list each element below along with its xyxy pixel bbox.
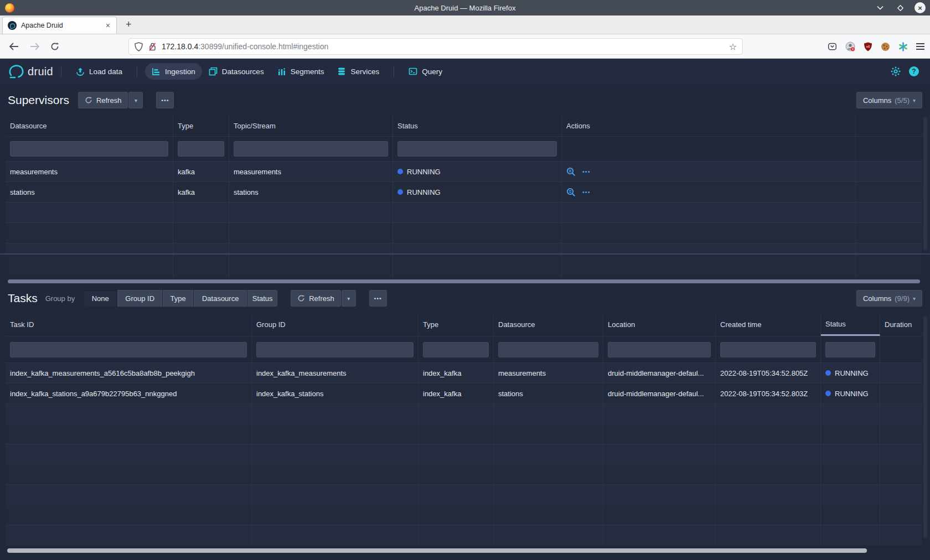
tasks-more-button[interactable]: ••• bbox=[369, 290, 387, 307]
tasks-refresh-button[interactable]: Refresh bbox=[291, 290, 341, 307]
caret-down-icon: ▾ bbox=[913, 295, 916, 302]
header-group-id[interactable]: Group ID bbox=[252, 313, 418, 336]
window-maximize-diamond-icon[interactable] bbox=[895, 2, 906, 13]
supervisors-refresh-button[interactable]: Refresh bbox=[78, 92, 128, 108]
header-type[interactable]: Type bbox=[173, 115, 229, 136]
supervisors-vscrollbar-thumb[interactable] bbox=[923, 117, 927, 250]
filter-group-id-input[interactable] bbox=[256, 342, 414, 357]
firefox-window: Apache Druid — Mozilla Firefox × Apache … bbox=[0, 0, 930, 560]
header-type[interactable]: Type bbox=[418, 313, 494, 336]
nav-tab-segments[interactable]: Segments bbox=[271, 63, 331, 80]
tasks-vscrollbar-thumb[interactable] bbox=[923, 317, 927, 538]
task-row-stations[interactable]: index_kafka_stations_a9a679b22795b63_nnk… bbox=[6, 383, 922, 404]
supervisor-row-stations[interactable]: stations kafka stations RUNNING ••• bbox=[6, 182, 922, 203]
nav-load-data[interactable]: Load data bbox=[69, 63, 129, 80]
nav-tab-ingestion[interactable]: Ingestion bbox=[145, 63, 202, 80]
filter-type-input[interactable] bbox=[178, 141, 224, 157]
empty-row bbox=[6, 255, 922, 278]
row-actions-more-icon[interactable]: ••• bbox=[582, 189, 591, 195]
header-task-id[interactable]: Task ID bbox=[6, 313, 252, 336]
tasks-columns-button[interactable]: Columns (9/9) ▾ bbox=[856, 290, 922, 307]
supervisors-hscrollbar-thumb[interactable] bbox=[8, 279, 920, 283]
header-location[interactable]: Location bbox=[603, 313, 716, 336]
header-status-sorted[interactable]: Status bbox=[821, 313, 880, 336]
profile-extension-icon[interactable] bbox=[845, 42, 855, 51]
view-detail-magnifier-icon[interactable] bbox=[566, 188, 576, 197]
menu-hamburger-icon[interactable] bbox=[916, 43, 924, 50]
nav-tab-services[interactable]: Services bbox=[330, 63, 386, 80]
filter-datasource-input[interactable] bbox=[498, 342, 598, 357]
group-by-type-button[interactable]: Type bbox=[163, 290, 193, 307]
insecure-lock-icon[interactable] bbox=[148, 42, 157, 51]
filter-type-input[interactable] bbox=[423, 342, 489, 357]
back-button[interactable] bbox=[6, 38, 22, 55]
nav-tab-query[interactable]: Query bbox=[402, 63, 449, 80]
cookie-extension-icon[interactable] bbox=[881, 42, 890, 51]
task-row-measurements[interactable]: index_kafka_measurements_a5616c5ba8afb8b… bbox=[6, 363, 922, 383]
row-actions-more-icon[interactable]: ••• bbox=[582, 168, 591, 175]
window-chevron-down-icon[interactable] bbox=[875, 2, 886, 13]
supervisors-more-button[interactable]: ••• bbox=[156, 92, 174, 108]
filter-task-id-input[interactable] bbox=[10, 342, 247, 357]
view-detail-magnifier-icon[interactable] bbox=[566, 167, 576, 177]
shield-icon[interactable] bbox=[135, 42, 143, 51]
columns-count: (5/5) bbox=[895, 96, 910, 105]
tasks-table: Task ID Group ID Type Datasource Locatio… bbox=[6, 313, 922, 546]
running-status-dot bbox=[825, 391, 831, 396]
filter-location-input[interactable] bbox=[608, 342, 711, 357]
filter-created-time-input[interactable] bbox=[720, 342, 816, 357]
druid-logo-icon bbox=[8, 64, 24, 79]
url-bar[interactable]: 172.18.0.4:30899/unified-console.html#in… bbox=[128, 38, 743, 55]
empty-row bbox=[6, 223, 922, 243]
brand-text: druid bbox=[28, 65, 53, 78]
filter-status-input[interactable] bbox=[825, 342, 875, 357]
supervisors-filter-row bbox=[6, 137, 922, 162]
empty-row bbox=[6, 505, 922, 526]
group-by-group-id-button[interactable]: Group ID bbox=[117, 290, 162, 307]
group-by-none-button[interactable]: None bbox=[84, 290, 117, 307]
browser-toolbar: 172.18.0.4:30899/unified-console.html#in… bbox=[0, 34, 930, 59]
refresh-icon bbox=[85, 96, 92, 104]
tab-close-icon[interactable]: × bbox=[105, 21, 111, 30]
tasks-refresh-caret-button[interactable]: ▾ bbox=[342, 290, 356, 307]
nav-tab-datasources[interactable]: Datasources bbox=[202, 63, 271, 80]
tasks-title: Tasks bbox=[8, 292, 38, 305]
header-datasource[interactable]: Datasource bbox=[6, 115, 173, 136]
window-title: Apache Druid — Mozilla Firefox bbox=[0, 4, 930, 12]
filter-status-input[interactable] bbox=[397, 141, 557, 157]
url-path: :30899/unified-console.html#ingestion bbox=[198, 42, 328, 51]
settings-gear-icon[interactable] bbox=[891, 66, 901, 76]
header-duration[interactable]: Duration bbox=[880, 313, 922, 336]
caret-down-icon: ▾ bbox=[347, 295, 350, 302]
supervisors-columns-button[interactable]: Columns (5/5) ▾ bbox=[856, 92, 922, 108]
group-by-label: Group by bbox=[45, 294, 75, 303]
supervisor-row-measurements[interactable]: measurements kafka measurements RUNNING … bbox=[6, 162, 922, 182]
tab-apache-druid[interactable]: Apache Druid × bbox=[2, 17, 117, 34]
window-close-button[interactable]: × bbox=[914, 2, 926, 13]
druid-brand[interactable]: druid bbox=[8, 64, 53, 79]
services-database-icon bbox=[337, 67, 346, 76]
filter-topic-input[interactable] bbox=[234, 141, 388, 157]
group-by-datasource-button[interactable]: Datasource bbox=[194, 290, 247, 307]
running-status-dot bbox=[397, 169, 403, 174]
bookmark-star-icon[interactable]: ☆ bbox=[729, 42, 737, 52]
group-by-status-button[interactable]: Status bbox=[247, 290, 277, 307]
supervisors-refresh-caret-button[interactable]: ▾ bbox=[128, 92, 143, 108]
new-tab-button[interactable]: + bbox=[126, 19, 132, 30]
header-status[interactable]: Status bbox=[393, 115, 562, 136]
header-actions[interactable]: Actions bbox=[562, 115, 856, 136]
header-created-time[interactable]: Created time bbox=[716, 313, 821, 336]
header-topic-stream[interactable]: Topic/Stream bbox=[229, 115, 393, 136]
reload-button[interactable] bbox=[46, 38, 63, 55]
help-icon[interactable]: ? bbox=[909, 66, 919, 76]
empty-row bbox=[6, 465, 922, 485]
header-datasource[interactable]: Datasource bbox=[494, 313, 603, 336]
asterisk-extension-icon[interactable] bbox=[898, 42, 908, 51]
tasks-hscrollbar-thumb[interactable] bbox=[7, 548, 867, 553]
forward-button[interactable] bbox=[27, 38, 43, 55]
ublock-origin-icon[interactable]: u0 bbox=[864, 42, 872, 51]
supervisors-table: Datasource Type Topic/Stream Status Acti… bbox=[6, 115, 922, 253]
filter-datasource-input[interactable] bbox=[10, 141, 168, 157]
pocket-icon[interactable] bbox=[828, 42, 837, 51]
tasks-toolbar: Tasks Group by None Group ID Type Dataso… bbox=[8, 290, 922, 307]
